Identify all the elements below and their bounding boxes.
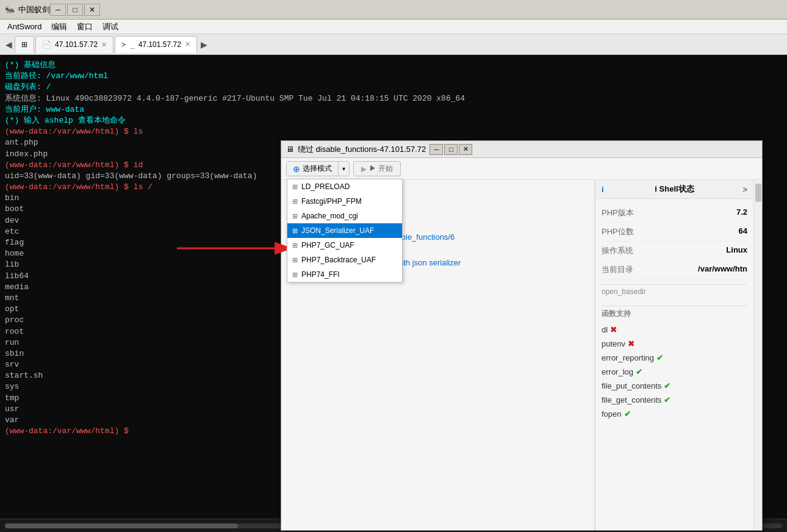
info-icon: i: [602, 185, 604, 194]
info-label: 操作系统: [602, 245, 633, 256]
tab-shell[interactable]: > _ 47.101.57.72 ✕: [115, 36, 197, 53]
menu-bar: AntSword 编辑 窗口 调试: [0, 20, 787, 34]
menu-antsword[interactable]: AntSword: [2, 21, 46, 32]
tab-grid[interactable]: ⊞: [15, 36, 34, 53]
item-icon: ⊞: [292, 212, 298, 220]
func-name: file_get_contents: [602, 395, 661, 404]
item-label: LD_PRELOAD: [301, 182, 350, 191]
tab-next-button[interactable]: ▶: [198, 36, 210, 53]
play-icon: ▶: [361, 165, 367, 173]
dropdown-item[interactable]: ⊞Fastcgi/PHP_FPM: [287, 194, 402, 209]
right-panel-body: PHP版本7.2PHP位数64操作系统Linux当前目录/var/www/htn…: [595, 199, 753, 530]
right-scrollbar[interactable]: [753, 180, 762, 530]
func-name: fopen: [602, 409, 622, 419]
grid-icon: ⊞: [21, 40, 27, 49]
modal-maximize[interactable]: □: [444, 144, 458, 155]
info-row: 当前目录/var/www/htn: [602, 261, 747, 279]
tab-file-label: 47.101.57.72: [55, 40, 98, 49]
menu-window[interactable]: 窗口: [72, 20, 98, 34]
func-name: error_reporting: [602, 353, 654, 362]
menu-edit[interactable]: 编辑: [46, 20, 72, 34]
tab-shell-close[interactable]: ✕: [185, 40, 190, 48]
tab-file-close[interactable]: ✕: [101, 41, 107, 49]
start-button[interactable]: ▶ ▶ 开始: [353, 161, 401, 176]
modal-toolbar: ⊕ 选择模式 ▾ ⊞LD_PRELOAD⊞Fastcgi/PHP_FPM⊞Apa…: [281, 158, 762, 180]
functions-section: 函数支持 dl ✖putenv ✖error_reporting ✔error_…: [602, 306, 747, 421]
func-check-icon: ✔: [624, 409, 631, 419]
func-check-icon: ✖: [610, 325, 617, 334]
dropdown-item[interactable]: ⊞Apache_mod_cgi: [287, 209, 402, 223]
func-check-icon: ✖: [628, 339, 634, 348]
info-label: 当前目录: [602, 264, 633, 275]
item-label: Apache_mod_cgi: [301, 212, 358, 220]
info-rows: PHP版本7.2PHP位数64操作系统Linux当前目录/var/www/htn: [602, 204, 747, 279]
title-bar-controls: ─ □ ✕: [50, 4, 100, 16]
file-icon: 📄: [42, 40, 51, 49]
dropdown-item[interactable]: ⊞JSON_Serializer_UAF: [287, 223, 402, 238]
select-mode-button[interactable]: ⊕ 选择模式: [287, 162, 338, 176]
terminal-line: (*) 输入 ashelp 查看本地命令: [5, 115, 782, 126]
modal-title-bar: 🖥 绕过 disable_functions-47.101.57.72 ─ □ …: [281, 141, 762, 158]
item-label: PHP7_Backtrace_UAF: [301, 256, 376, 264]
item-icon: ⊞: [292, 198, 298, 206]
menu-debug[interactable]: 调试: [98, 20, 123, 34]
info-label: PHP位数: [602, 226, 634, 237]
item-label: PHP74_FFI: [301, 270, 340, 279]
tab-prev-button[interactable]: ◀: [2, 36, 15, 53]
dropdown-item[interactable]: ⊞LD_PRELOAD: [287, 179, 402, 194]
item-icon: ⊞: [292, 256, 298, 264]
func-item: putenv ✖: [602, 337, 747, 351]
dropdown-item[interactable]: ⊞PHP7_Backtrace_UAF: [287, 253, 402, 267]
func-item: fopen ✔: [602, 407, 747, 421]
info-row: PHP位数64: [602, 223, 747, 242]
item-icon: ⊞: [292, 242, 298, 250]
modal-controls: ─ □ ✕: [429, 144, 472, 155]
title-bar-text: 中国蚁剑: [18, 4, 50, 15]
info-row: 操作系统Linux: [602, 242, 747, 261]
shell-status-header: i i Shell状态 >: [595, 180, 753, 199]
tab-file-manager[interactable]: 📄 47.101.57.72 ✕: [35, 36, 113, 53]
func-item: error_log ✔: [602, 365, 747, 379]
item-icon: ⊞: [292, 227, 298, 235]
modal-minimize[interactable]: ─: [429, 144, 443, 155]
func-check-icon: ✔: [664, 395, 670, 404]
func-item: error_reporting ✔: [602, 351, 747, 365]
dropdown-arrow-button[interactable]: ▾: [339, 162, 349, 176]
dropdown-item[interactable]: ⊞PHP7_GC_UAF: [287, 238, 402, 253]
open-basedir-label: open_basedir: [602, 287, 747, 296]
terminal-line: 当前用户: www-data: [5, 104, 782, 115]
minimize-button[interactable]: ─: [50, 4, 66, 16]
tab-bar: ◀ ⊞ 📄 47.101.57.72 ✕ > _ 47.101.57.72 ✕ …: [0, 34, 787, 55]
close-button[interactable]: ✕: [84, 4, 100, 16]
info-value: Linux: [726, 245, 747, 256]
info-row: PHP版本7.2: [602, 204, 747, 223]
func-rows: dl ✖putenv ✖error_reporting ✔error_log ✔…: [602, 323, 747, 421]
mode-dropdown: ⊞LD_PRELOAD⊞Fastcgi/PHP_FPM⊞Apache_mod_c…: [287, 179, 403, 282]
func-check-icon: ✔: [636, 367, 642, 376]
modal-right-panel: i i Shell状态 > PHP版本7.2PHP位数64操作系统Linux当前…: [595, 180, 753, 530]
func-check-icon: ✔: [656, 353, 663, 362]
terminal-line: (www-data:/var/www/html) $ ls: [5, 126, 782, 137]
title-bar: 🐜 中国蚁剑 ─ □ ✕: [0, 0, 787, 20]
item-label: Fastcgi/PHP_FPM: [301, 197, 362, 206]
modal-title: 绕过 disable_functions-47.101.57.72: [298, 144, 426, 155]
modal-close[interactable]: ✕: [459, 144, 472, 155]
func-item: file_put_contents ✔: [602, 379, 747, 393]
start-label: ▶ 开始: [369, 164, 393, 174]
item-label: JSON_Serializer_UAF: [301, 226, 374, 235]
shell-icon: > _: [121, 40, 135, 49]
modal-icon: 🖥: [286, 145, 294, 154]
terminal-line: 磁盘列表: /: [5, 82, 782, 93]
info-value: 64: [739, 226, 747, 237]
func-item: file_get_contents ✔: [602, 393, 747, 407]
app-icon: 🐜: [5, 5, 15, 14]
dropdown-item[interactable]: ⊞PHP74_FFI: [287, 267, 402, 282]
terminal-line: 当前路径: /var/www/html: [5, 71, 782, 82]
maximize-button[interactable]: □: [67, 4, 83, 16]
item-label: PHP7_GC_UAF: [301, 241, 354, 250]
func-check-icon: ✔: [664, 381, 670, 390]
expand-icon[interactable]: >: [742, 185, 747, 194]
func-name: error_log: [602, 367, 633, 376]
item-icon: ⊞: [292, 271, 298, 279]
shell-status-title: i Shell状态: [655, 184, 694, 195]
